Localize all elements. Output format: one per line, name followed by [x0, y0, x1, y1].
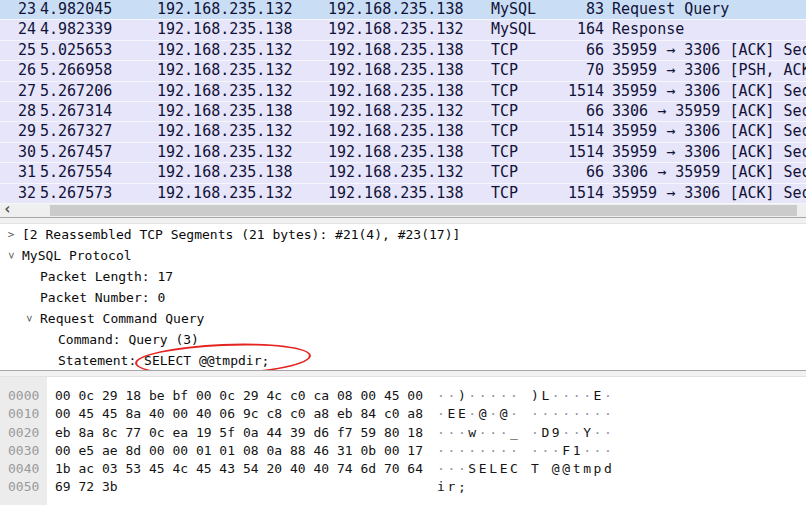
- tree-item-5[interactable]: Command: Query (3): [0, 329, 806, 350]
- cell-source: 192.168.235.132: [157, 82, 292, 101]
- expand-arrow-icon[interactable]: >: [5, 224, 17, 245]
- cell-source: 192.168.235.132: [157, 41, 292, 60]
- tree-item-label: [2 Reassembled TCP Segments (21 bytes): …: [22, 224, 460, 245]
- cell-destination: 192.168.235.138: [328, 41, 463, 60]
- cell-info: 3306 → 35959 [ACK] Seq=26: [612, 163, 806, 182]
- pane-splitter-top[interactable]: [0, 217, 806, 224]
- cell-source: 192.168.235.138: [157, 163, 292, 182]
- packet-row-27[interactable]: 275.267206192.168.235.132192.168.235.138…: [0, 82, 806, 102]
- cell-protocol: TCP: [491, 143, 518, 162]
- cell-info: Response: [612, 20, 806, 39]
- packet-row-26[interactable]: 265.266958192.168.235.132192.168.235.138…: [0, 61, 806, 81]
- cell-number: 30: [0, 143, 36, 162]
- cell-length: 70: [540, 61, 604, 80]
- cell-protocol: TCP: [491, 41, 518, 60]
- hex-offset: 0030: [8, 442, 39, 460]
- hex-row-0010[interactable]: 001000 45 45 8a 40 00 40 069c c8 c0 a8 e…: [0, 405, 806, 423]
- cell-time: 5.267314: [40, 102, 112, 121]
- cell-number: 24: [0, 20, 36, 39]
- hex-bytes-left[interactable]: 1b ac 03 53 45 4c 45 43: [55, 460, 235, 478]
- hex-row-0030[interactable]: 003000 e5 ae 8d 00 00 01 0108 0a 88 46 3…: [0, 442, 806, 460]
- wireshark-capture-window: 234.982045192.168.235.132192.168.235.138…: [0, 0, 806, 505]
- hex-offset: 0050: [8, 478, 39, 496]
- cell-source: 192.168.235.132: [157, 0, 292, 19]
- cell-source: 192.168.235.132: [157, 184, 292, 203]
- statement-value: SELECT @@tmpdir;: [144, 353, 269, 368]
- hex-ascii[interactable]: ···SELEC T @@tmpd: [437, 460, 614, 478]
- statement-wrap: SELECT @@tmpdir;: [144, 350, 269, 371]
- tree-item-3[interactable]: Packet Number: 0: [0, 287, 806, 308]
- cell-protocol: TCP: [491, 122, 518, 141]
- cell-destination: 192.168.235.132: [328, 102, 463, 121]
- hex-row-0050[interactable]: 005069 72 3bir;: [0, 478, 806, 496]
- cell-protocol: MySQL: [491, 20, 536, 39]
- hex-ascii[interactable]: ir;: [437, 478, 468, 496]
- packet-row-31[interactable]: 315.267554192.168.235.138192.168.235.132…: [0, 163, 806, 183]
- pane-splitter-bottom[interactable]: [0, 370, 806, 377]
- cell-length: 66: [540, 102, 604, 121]
- cell-info: 3306 → 35959 [ACK] Seq=26: [612, 102, 806, 121]
- cell-number: 25: [0, 41, 36, 60]
- tree-item-0[interactable]: >[2 Reassembled TCP Segments (21 bytes):…: [0, 224, 806, 245]
- cell-length: 1514: [540, 143, 604, 162]
- cell-length: 66: [540, 163, 604, 182]
- hex-bytes-right[interactable]: 29 4c c0 ca 08 00 45 00: [243, 387, 423, 405]
- cell-destination: 192.168.235.138: [328, 0, 463, 19]
- cell-protocol: MySQL: [491, 0, 536, 19]
- scroll-left-arrow-icon[interactable]: ‹: [0, 203, 15, 216]
- cell-time: 5.267457: [40, 143, 112, 162]
- packet-row-32[interactable]: 325.267573192.168.235.132192.168.235.138…: [0, 184, 806, 204]
- hex-ascii[interactable]: ········ ···F1···: [437, 442, 614, 460]
- cell-protocol: TCP: [491, 82, 518, 101]
- packet-row-28[interactable]: 285.267314192.168.235.138192.168.235.132…: [0, 102, 806, 122]
- tree-item-label: Statement: SELECT @@tmpdir;: [58, 350, 269, 371]
- tree-item-label: Packet Number: 0: [40, 287, 165, 308]
- packet-list-hscrollbar[interactable]: ‹: [0, 204, 806, 217]
- packet-row-30[interactable]: 305.267457192.168.235.132192.168.235.138…: [0, 143, 806, 163]
- cell-number: 29: [0, 122, 36, 141]
- hex-bytes-left[interactable]: eb 8a 8c 77 0c ea 19 5f: [55, 424, 235, 442]
- cell-time: 5.267554: [40, 163, 112, 182]
- cell-info: 35959 → 3306 [ACK] Seq=15: [612, 122, 806, 141]
- packet-list-pane: 234.982045192.168.235.132192.168.235.138…: [0, 0, 806, 204]
- cell-time: 5.267206: [40, 82, 112, 101]
- hex-row-0020[interactable]: 0020eb 8a 8c 77 0c ea 19 5f0a 44 39 d6 f…: [0, 424, 806, 442]
- packet-bytes-pane: 000000 0c 29 18 be bf 00 0c29 4c c0 ca 0…: [0, 377, 806, 505]
- tree-item-6[interactable]: Statement: SELECT @@tmpdir;: [0, 350, 806, 371]
- hex-row-0040[interactable]: 00401b ac 03 53 45 4c 45 4354 20 40 40 7…: [0, 460, 806, 478]
- cell-destination: 192.168.235.138: [328, 61, 463, 80]
- hex-bytes-right[interactable]: 0a 44 39 d6 f7 59 80 18: [243, 424, 423, 442]
- cell-length: 1514: [540, 184, 604, 203]
- hex-row-0000[interactable]: 000000 0c 29 18 be bf 00 0c29 4c c0 ca 0…: [0, 387, 806, 405]
- collapse-arrow-icon[interactable]: >: [1, 250, 22, 262]
- collapse-arrow-icon[interactable]: >: [19, 313, 40, 325]
- hex-ascii[interactable]: ··)····· )L····E·: [437, 387, 614, 405]
- hex-bytes-right[interactable]: 54 20 40 40 74 6d 70 64: [243, 460, 423, 478]
- hex-offset: 0000: [8, 387, 39, 405]
- tree-item-4[interactable]: >Request Command Query: [0, 308, 806, 329]
- hex-offset: 0020: [8, 424, 39, 442]
- packet-row-29[interactable]: 295.267327192.168.235.132192.168.235.138…: [0, 122, 806, 142]
- cell-number: 26: [0, 61, 36, 80]
- hex-bytes-left[interactable]: 00 45 45 8a 40 00 40 06: [55, 405, 235, 423]
- cell-number: 31: [0, 163, 36, 182]
- cell-length: 66: [540, 41, 604, 60]
- cell-protocol: TCP: [491, 184, 518, 203]
- packet-row-24[interactable]: 244.982339192.168.235.138192.168.235.132…: [0, 20, 806, 40]
- hscrollbar-thumb[interactable]: [50, 205, 797, 216]
- hex-bytes-right[interactable]: 08 0a 88 46 31 0b 00 17: [243, 442, 423, 460]
- cell-time: 4.982045: [40, 0, 112, 19]
- hex-ascii[interactable]: ·EE·@·@· ········: [437, 405, 614, 423]
- tree-item-2[interactable]: Packet Length: 17: [0, 266, 806, 287]
- tree-item-1[interactable]: >MySQL Protocol: [0, 245, 806, 266]
- cell-protocol: TCP: [491, 61, 518, 80]
- cell-destination: 192.168.235.132: [328, 20, 463, 39]
- hex-bytes-left[interactable]: 00 0c 29 18 be bf 00 0c: [55, 387, 235, 405]
- hex-bytes-left[interactable]: 00 e5 ae 8d 00 00 01 01: [55, 442, 235, 460]
- hex-bytes-left[interactable]: 69 72 3b: [55, 478, 118, 496]
- packet-row-25[interactable]: 255.025653192.168.235.132192.168.235.138…: [0, 41, 806, 61]
- cell-number: 27: [0, 82, 36, 101]
- packet-row-23[interactable]: 234.982045192.168.235.132192.168.235.138…: [0, 0, 806, 20]
- hex-ascii[interactable]: ···w···_ ·D9··Y··: [437, 424, 614, 442]
- hex-bytes-right[interactable]: 9c c8 c0 a8 eb 84 c0 a8: [243, 405, 423, 423]
